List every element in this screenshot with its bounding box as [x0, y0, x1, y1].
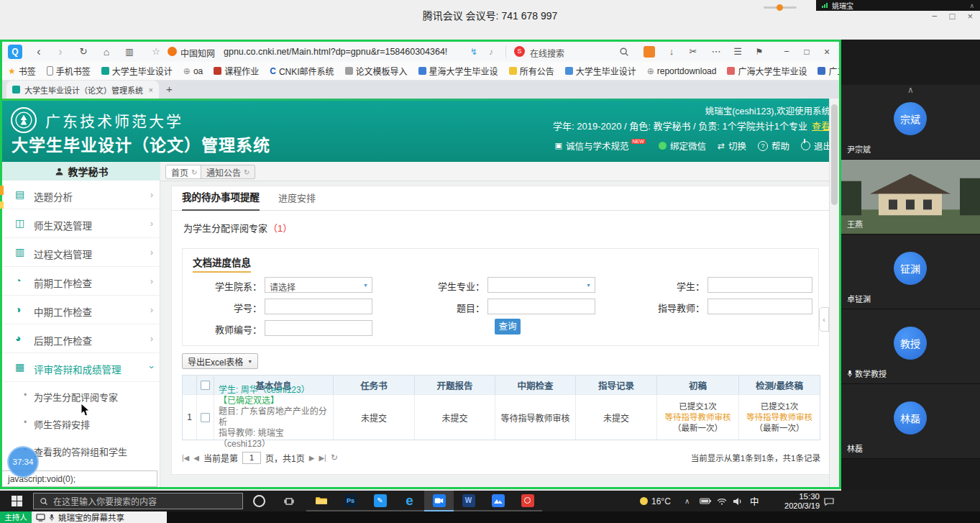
sid-input[interactable] [265, 299, 372, 314]
bookmark-item[interactable]: 论文模板导入 [345, 65, 408, 77]
download-icon[interactable]: ↓ [665, 42, 678, 62]
more-icon[interactable]: ⋯ [710, 42, 723, 62]
sidebar-item-mutual-selection[interactable]: ◫师生双选管理› [2, 209, 160, 238]
sidebar-item-topic-analysis[interactable]: ▤选题分析› [2, 181, 160, 209]
search-engine-label[interactable]: 在线搜索 [530, 47, 564, 59]
bookmark-item[interactable]: CCNKI邮件系统 [270, 65, 334, 77]
browser-close-icon[interactable]: × [820, 42, 833, 62]
help-link[interactable]: ?帮助 [758, 139, 789, 153]
midterm-cell[interactable]: 等待指导教师审核 [495, 395, 576, 440]
flag-icon[interactable]: ⚑ [753, 42, 766, 62]
notification-marker[interactable] [0, 201, 4, 209]
tab-home[interactable]: 首页↻ [165, 165, 203, 179]
volume-knob[interactable] [777, 4, 783, 11]
page-number-input[interactable] [242, 452, 261, 464]
draft-status-link[interactable]: 等待指导教师审核 [665, 412, 731, 423]
edge-button[interactable]: e [395, 491, 424, 511]
reading-mode-icon[interactable]: ▥ [123, 42, 136, 62]
search-engine-icon[interactable]: S [514, 46, 525, 57]
lightning-icon[interactable]: ↯ [468, 42, 480, 62]
participant-tile[interactable]: 教授 数学教授 [841, 309, 980, 384]
scrollbar-thumb[interactable] [831, 104, 838, 205]
todo-link[interactable]: 为学生分配评阅专家 [183, 221, 267, 235]
major-select[interactable]: ▼ [487, 277, 595, 293]
favorite-star-icon[interactable]: ☆ [150, 42, 162, 62]
sidebar-item-review-defense[interactable]: ▦评审答辩和成绩管理› [2, 353, 160, 382]
scissors-icon[interactable]: ✂ [687, 42, 700, 62]
collector-icon[interactable] [644, 46, 655, 58]
network-icon[interactable] [717, 491, 727, 511]
ime-indicator[interactable]: 中 [750, 491, 759, 511]
logout-link[interactable]: 退出 [801, 139, 832, 153]
search-icon[interactable] [619, 47, 629, 60]
bookmark-item[interactable]: 课程作业 [214, 65, 259, 77]
bind-wechat-link[interactable]: 绑定微信 [659, 139, 706, 153]
student-link[interactable]: 学生: 周华（ceshi123） [219, 385, 310, 396]
task-view-button[interactable] [274, 491, 303, 511]
sidebar-item-early-check[interactable]: ◔前期工作检查› [2, 267, 160, 296]
view-link[interactable]: 查看 [812, 119, 830, 132]
bookmark-item[interactable]: 星海大学生毕业设 [418, 65, 498, 77]
student-input[interactable] [707, 277, 812, 293]
share-indicator[interactable]: 姚瑞宝的屏幕共享 [32, 511, 167, 523]
tab-todo-reminders[interactable]: 我的待办事项提醒 [182, 186, 260, 211]
speaker-icon[interactable] [733, 491, 743, 511]
taskbar-search-box[interactable]: 在这里输入你要搜索的内容 [33, 493, 243, 509]
weather-widget[interactable]: 16°C [640, 491, 671, 511]
last-page-icon[interactable]: ▶| [319, 454, 326, 462]
sidebar-item-process-docs[interactable]: ▥过程文档管理› [2, 238, 160, 267]
red-app-button[interactable] [513, 491, 542, 511]
bookmark-item[interactable]: ⊕oa [183, 66, 203, 76]
browser-minimize-icon[interactable]: − [780, 42, 793, 62]
bookmark-item[interactable]: 所有公告 [509, 65, 554, 77]
tab-announcements[interactable]: 通知公告↻ [201, 165, 255, 179]
bookmark-item[interactable]: 大学生毕业设计 [101, 65, 173, 77]
next-page-icon[interactable]: ▶ [309, 454, 315, 462]
participant-tile[interactable]: 王燕 [841, 160, 980, 235]
reload-icon[interactable]: ↻ [331, 452, 338, 463]
site-label[interactable]: 中国知网 [180, 47, 215, 59]
tray-expand-icon[interactable]: ∧ [684, 491, 690, 511]
switch-role-link[interactable]: ⇄切换 [718, 139, 746, 153]
sidebar-item-mid-check[interactable]: ◑中期工作检查› [2, 296, 160, 324]
notification-marker[interactable] [0, 186, 4, 195]
volume-slider[interactable] [764, 6, 797, 9]
bookmark-item[interactable]: 广海大学生毕业设 [727, 65, 807, 77]
select-all-checkbox[interactable] [201, 381, 210, 390]
bookmark-item[interactable]: ★书签 [8, 65, 36, 77]
bookmark-item[interactable]: ⊕reportdownload [647, 66, 717, 76]
integrity-norms-link[interactable]: ▣诚信与学术规范NEW [555, 139, 647, 153]
tab-close-icon[interactable]: × [149, 86, 153, 94]
editor-app-button[interactable]: ✎ [365, 491, 395, 511]
tab-schedule[interactable]: 进度安排 [278, 186, 316, 211]
refresh-icon[interactable]: ↻ [191, 168, 197, 176]
sidebar-item-late-check[interactable]: ◕后期工作检查› [2, 324, 160, 353]
prev-page-icon[interactable]: ◀ [193, 454, 199, 462]
minibar-expand-icon[interactable]: ∧ [969, 2, 974, 9]
advisor-input[interactable] [707, 299, 812, 314]
photoshop-button[interactable]: Ps [336, 491, 365, 511]
browser-logo[interactable]: Q [8, 45, 22, 59]
final-status-link[interactable]: 等待指导教师审核 [746, 412, 812, 423]
bookmark-item[interactable]: 广二师大 [818, 65, 839, 77]
topic-input[interactable] [487, 299, 595, 314]
export-excel-dropdown[interactable]: 导出Excel表格 ▼ [182, 353, 258, 369]
new-tab-icon[interactable]: + [166, 83, 173, 95]
file-explorer-button[interactable] [306, 491, 336, 511]
refresh-icon[interactable]: ↻ [244, 168, 249, 176]
row-checkbox[interactable] [201, 413, 210, 422]
home-icon[interactable]: ⌂ [100, 42, 113, 62]
meeting-timer[interactable]: 37:34 [7, 446, 39, 478]
forward-icon[interactable]: › [54, 42, 67, 62]
address-bar[interactable]: gpnu.co.cnki.net/Main.html?dp=gpnu&r=158… [224, 47, 447, 57]
todo-count[interactable]: （1） [268, 221, 292, 235]
bookmark-item[interactable]: 大学生毕业设计 [565, 65, 636, 77]
browser-maximize-icon[interactable]: □ [800, 42, 813, 62]
participant-tile[interactable]: 宗斌 尹宗斌 [841, 85, 980, 160]
bookmark-item[interactable]: 手机书签 [47, 65, 91, 77]
refresh-icon[interactable]: ↻ [77, 42, 90, 62]
tid-input[interactable] [265, 320, 372, 336]
taskbar-clock[interactable]: 15:30 2020/3/19 [766, 492, 820, 511]
start-button[interactable] [0, 491, 33, 511]
page-scrollbar[interactable] [829, 99, 839, 487]
